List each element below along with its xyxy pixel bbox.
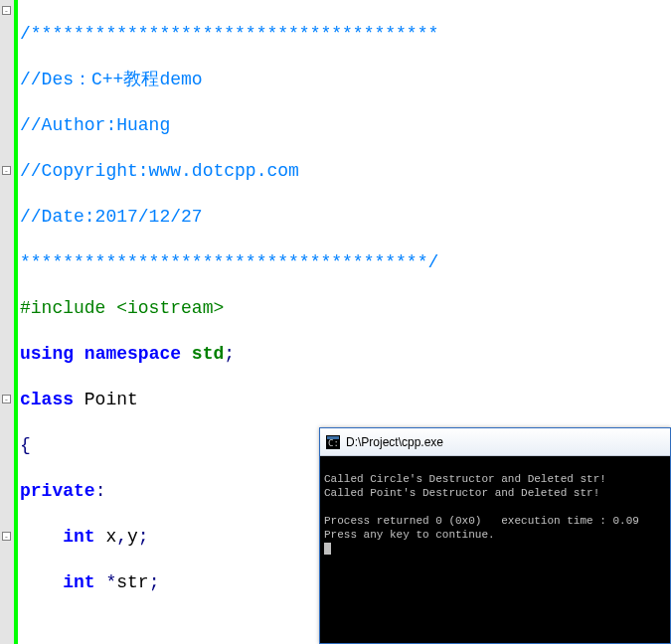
code-comment: /************************************** bbox=[20, 24, 438, 44]
console-line: Process returned 0 (0x0) execution time … bbox=[324, 515, 639, 527]
code-comment: //Author:Huang bbox=[20, 115, 170, 135]
console-output: Called Circle's Destructor and Deleted s… bbox=[320, 456, 670, 558]
code-token: ; bbox=[224, 344, 235, 364]
code-token: int bbox=[63, 527, 94, 547]
console-title: D:\Project\cpp.exe bbox=[346, 435, 443, 449]
code-token: private bbox=[20, 481, 95, 501]
console-titlebar[interactable]: C: D:\Project\cpp.exe bbox=[320, 428, 670, 456]
fold-toggle[interactable]: - bbox=[2, 166, 11, 175]
code-token: y bbox=[127, 527, 138, 547]
code-comment: **************************************/ bbox=[20, 252, 438, 272]
code-token: str bbox=[116, 572, 148, 592]
code-token: { bbox=[20, 435, 31, 455]
console-line: Called Point's Destructor and Deleted st… bbox=[324, 487, 599, 499]
code-token: namespace bbox=[84, 344, 181, 364]
code-token: ; bbox=[149, 572, 160, 592]
code-token: * bbox=[95, 572, 117, 592]
code-token: , bbox=[116, 527, 127, 547]
console-window[interactable]: C: D:\Project\cpp.exe Called Circle's De… bbox=[319, 427, 671, 644]
fold-toggle[interactable]: - bbox=[2, 532, 11, 541]
code-comment: //Date:2017/12/27 bbox=[20, 207, 203, 227]
code-token: class bbox=[20, 390, 74, 409]
code-comment: //Copyright:www.dotcpp.com bbox=[20, 161, 299, 181]
code-token: std bbox=[192, 344, 224, 364]
console-cursor bbox=[324, 543, 331, 555]
code-token: : bbox=[95, 481, 106, 501]
code-token: using bbox=[20, 344, 74, 364]
code-token: #include bbox=[20, 298, 116, 318]
terminal-icon: C: bbox=[326, 435, 340, 449]
code-token: x bbox=[95, 527, 117, 547]
code-token: Point bbox=[74, 390, 138, 409]
console-line: Press any key to continue. bbox=[324, 529, 495, 541]
fold-toggle[interactable]: - bbox=[2, 6, 11, 15]
code-token: <iostream> bbox=[116, 298, 224, 318]
fold-gutter: - - - - bbox=[0, 0, 14, 644]
code-token: ; bbox=[138, 527, 149, 547]
console-line: Called Circle's Destructor and Deleted s… bbox=[324, 473, 606, 485]
code-comment: //Des：C++教程demo bbox=[20, 70, 203, 89]
svg-text:C:: C: bbox=[328, 438, 339, 448]
fold-toggle[interactable]: - bbox=[2, 395, 11, 403]
code-token: int bbox=[63, 572, 94, 592]
